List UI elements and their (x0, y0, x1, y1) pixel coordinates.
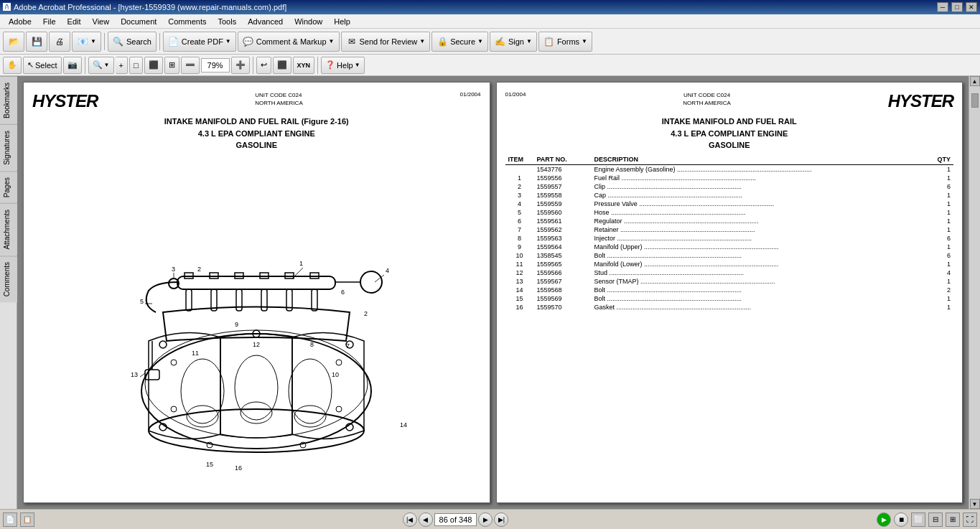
part-qty: 4 (932, 268, 953, 277)
scroll-up-btn[interactable]: ▲ (970, 76, 980, 86)
menu-advanced[interactable]: Advanced (242, 15, 289, 28)
zoom-in-icon: + (119, 61, 123, 70)
svg-text:5: 5 (140, 298, 144, 305)
maximize-btn[interactable]: □ (951, 2, 963, 12)
toolbar1: 📂 💾 🖨 📧 ▼ 🔍 Search 📄 Create PDF ▼ 💬 Comm… (0, 29, 980, 55)
create-pdf-label: Create PDF (182, 37, 223, 46)
part-desc: Gasket .................................… (592, 303, 933, 312)
signatures-tab[interactable]: Signatures (0, 124, 17, 171)
part-qty: 1 (932, 164, 953, 174)
secure-btn[interactable]: 🔒 Secure ▼ (431, 32, 488, 52)
forms-icon: 📋 (543, 36, 555, 47)
select-tool-btn[interactable]: ↖ Select (23, 57, 62, 74)
play-btn[interactable]: ▶ (877, 512, 891, 527)
part-desc: Manifold (Upper) .......................… (592, 243, 933, 251)
zoom-out-btn[interactable]: 🔍 ▼ (88, 57, 114, 74)
part-item: 3 (505, 191, 534, 200)
zoom-plus-btn[interactable]: ➕ (231, 57, 250, 74)
part-item: 2 (505, 182, 534, 191)
create-pdf-btn[interactable]: 📄 Create PDF ▼ (163, 32, 236, 52)
first-page-btn[interactable]: |◀ (403, 512, 417, 527)
search-btn[interactable]: 🔍 Search (108, 32, 157, 52)
page-thumbnail-btn[interactable]: 📄 (3, 512, 17, 527)
region-left: NORTH AMERICA (255, 99, 303, 107)
menu-view[interactable]: View (87, 15, 116, 28)
sep1 (104, 33, 105, 50)
menu-tools[interactable]: Tools (213, 15, 243, 28)
svg-text:12: 12 (253, 341, 260, 348)
hand-tool-btn[interactable]: ✋ (3, 57, 22, 74)
save-btn[interactable]: 💾 (26, 32, 47, 52)
fit-page-btn[interactable]: □ (129, 57, 143, 74)
send-review-btn[interactable]: ✉ Send for Review ▼ (341, 32, 431, 52)
zoom-level-btn[interactable]: ⊟ (928, 512, 943, 527)
menu-document[interactable]: Document (115, 15, 162, 28)
comments-tab[interactable]: Comments (0, 256, 17, 302)
part-item: 14 (505, 286, 534, 294)
properties-btn[interactable]: 📋 (20, 512, 34, 527)
last-page-btn[interactable]: ▶| (494, 512, 508, 527)
bookmarks-tab[interactable]: Bookmarks (0, 76, 17, 124)
zoom-input[interactable]: 79% (201, 58, 230, 72)
pdf-area: HYSTER UNIT CODE C024 NORTH AMERICA 01/2… (17, 76, 969, 509)
prev-page-btn[interactable]: ◀ (419, 512, 433, 527)
pan-btn[interactable]: ⬛ (273, 57, 291, 74)
scroll-thumb[interactable] (971, 93, 979, 108)
left-page-title: INTAKE MANIFOLD AND FUEL RAIL (Figure 2-… (32, 116, 481, 151)
fit-width-btn[interactable]: ⬛ (144, 57, 163, 74)
app-icon: 🅰 (3, 3, 11, 11)
print-btn[interactable]: 🖨 (49, 32, 70, 52)
menu-file[interactable]: File (37, 15, 62, 28)
part-item: 5 (505, 208, 534, 217)
engine-diagram: 1 2 2 3 4 5 (32, 154, 481, 499)
zoom-minus-btn[interactable]: ➖ (181, 57, 200, 74)
scroll-down-btn[interactable]: ▼ (970, 499, 980, 509)
comment-markup-btn[interactable]: 💬 Comment & Markup ▼ (238, 32, 340, 52)
attachments-tab[interactable]: Attachments (0, 203, 17, 256)
part-qty: 1 (932, 200, 953, 208)
part-desc: Clip ...................................… (592, 182, 933, 191)
open-file-btn[interactable]: 📂 (3, 32, 24, 52)
xyn-btn[interactable]: XYN (293, 57, 315, 74)
unit-code-right: UNIT CODE C024 (683, 91, 731, 99)
sep3 (85, 57, 85, 74)
part-qty: 1 (932, 191, 953, 200)
help-btn[interactable]: ❓ Help ▼ (321, 57, 365, 74)
forms-label: Forms (557, 37, 579, 46)
menu-comments[interactable]: Comments (162, 15, 212, 28)
minimize-btn[interactable]: ─ (937, 2, 948, 12)
view-mode-btn[interactable]: ⊞ (946, 512, 960, 527)
svg-text:11: 11 (192, 350, 199, 357)
table-row: 15 1559569 Bolt ........................… (505, 294, 954, 303)
forms-btn[interactable]: 📋 Forms ▼ (538, 32, 592, 52)
full-screen-btn[interactable]: ⛶ (963, 512, 977, 527)
navigation-controls: |◀ ◀ 86 of 348 ▶ ▶| (34, 512, 877, 527)
fit-window-btn[interactable]: ⬜ (911, 512, 925, 527)
actual-size-btn[interactable]: ⊞ (164, 57, 179, 74)
pages-tab[interactable]: Pages (0, 171, 17, 203)
snapshot-btn[interactable]: 📷 (63, 57, 82, 74)
menu-help[interactable]: Help (328, 15, 356, 28)
svg-text:7: 7 (346, 342, 350, 350)
right-scrollbar[interactable]: ▲ ▼ (969, 76, 980, 509)
table-row: 16 1559570 Gasket ......................… (505, 303, 954, 312)
toolbar2: ✋ ↖ Select 📷 🔍 ▼ + □ ⬛ ⊞ ➖ 79% ➕ ↩ ⬛ XYN… (0, 55, 980, 76)
svg-point-16 (159, 341, 167, 348)
menu-window[interactable]: Window (289, 15, 328, 28)
menu-edit[interactable]: Edit (62, 15, 87, 28)
create-pdf-icon: 📄 (168, 36, 179, 47)
email-btn[interactable]: 📧 ▼ (72, 32, 101, 52)
next-page-btn[interactable]: ▶ (478, 512, 493, 527)
zoom-in-btn[interactable]: + (116, 57, 128, 74)
scroll-track (971, 86, 979, 499)
menu-adobe[interactable]: Adobe (3, 15, 37, 28)
rotate-btn[interactable]: ↩ (256, 57, 271, 74)
pages-container: HYSTER UNIT CODE C024 NORTH AMERICA 01/2… (17, 76, 969, 509)
part-qty: 1 (932, 174, 953, 182)
stop-btn[interactable]: ⏹ (894, 512, 908, 527)
part-number: 1559564 (534, 243, 592, 251)
sign-btn[interactable]: ✍ Sign ▼ (490, 32, 537, 52)
close-btn[interactable]: ✕ (966, 2, 977, 12)
camera-icon: 📷 (67, 60, 78, 70)
svg-point-58 (336, 406, 342, 412)
